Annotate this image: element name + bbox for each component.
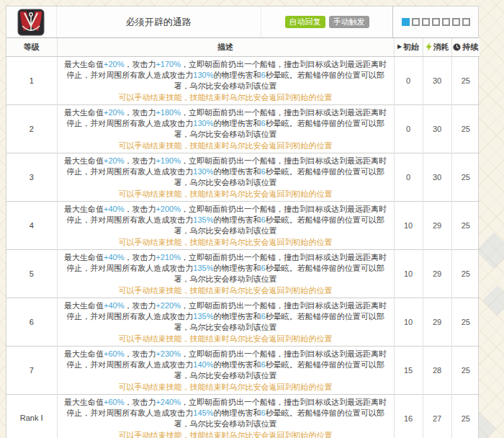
manual-end-note: 可以手动结束技能，技能结束时乌尔比安会返回到初始的位置 — [62, 334, 390, 344]
skill-header: 必须开辟的通路 自动回复手动触发 — [6, 6, 478, 38]
atk-bonus-value: +230% — [156, 349, 181, 358]
desc-segment: 的物理伤害和 — [214, 360, 261, 369]
atk-bonus-value: +210% — [156, 253, 181, 262]
skill-level-row: 6 最大生命值+40%，攻击力+220%，立即朝面前扔出一个船锚，撞击到目标或达… — [6, 298, 480, 346]
desc-segment: 的物理伤害和 — [214, 408, 261, 417]
manual-end-note: 可以手动结束技能，技能结束时乌尔比安会返回到初始的位置 — [62, 189, 390, 199]
desc-segment: 的物理伤害和 — [214, 264, 261, 272]
column-duration: 持续 — [451, 38, 480, 56]
manual-end-note: 可以手动结束技能，技能结束时乌尔比安会返回到初始的位置 — [62, 285, 390, 295]
skill-table-head: 等级 描述 ▶ 初始 消耗 — [6, 38, 480, 56]
play-icon: ▶ — [397, 44, 402, 50]
description-cell: 最大生命值+60%，攻击力+230%，立即朝面前扔出一个船锚，撞击到目标或达到最… — [57, 346, 394, 394]
damage-multiplier-value: 140% — [193, 360, 213, 369]
atk-bonus-value: +240% — [156, 398, 181, 406]
level-cell: 1 — [6, 56, 57, 104]
level-cell: 7 — [6, 346, 57, 394]
sp-square-empty — [452, 18, 460, 26]
skill-level-row: 7 最大生命值+60%，攻击力+230%，立即朝面前扔出一个船锚，撞击到目标或达… — [6, 346, 480, 394]
initial-sp-cell: 15 — [394, 346, 423, 394]
duration-cell: 25 — [451, 201, 480, 249]
watermark-diamond — [482, 285, 504, 316]
atk-bonus-value: +180% — [156, 108, 181, 117]
manual-end-note: 可以手动结束技能，技能结束时乌尔比安会返回到初始的位置 — [62, 237, 390, 247]
description-cell: 最大生命值+20%，攻击力+190%，立即朝面前扔出一个船锚，撞击到目标或达到最… — [57, 153, 394, 201]
description-text: 最大生命值+20%，攻击力+170%，立即朝面前扔出一个船锚，撞击到目标或达到最… — [62, 59, 390, 91]
desc-segment: ，攻击力 — [124, 301, 156, 310]
column-description: 描述 — [57, 38, 394, 56]
manual-end-note: 可以手动结束技能，技能结束时乌尔比安会返回到初始的位置 — [62, 382, 390, 392]
description-text: 最大生命值+60%，攻击力+240%，立即朝面前扔出一个船锚，撞击到目标或达到最… — [62, 397, 390, 429]
desc-segment: 最大生命值 — [64, 108, 104, 117]
duration-cell: 25 — [451, 104, 480, 153]
badge-manual-trigger: 手动触发 — [329, 16, 369, 28]
column-level: 等级 — [6, 38, 57, 56]
skill-icon-cell — [6, 6, 57, 37]
hp-bonus-value: +60% — [104, 398, 124, 406]
skill-name: 必须开辟的通路 — [57, 6, 261, 37]
damage-multiplier-value: 145% — [193, 408, 213, 417]
level-cell: Rank Ⅰ — [6, 394, 57, 438]
skill-level-row: 3 最大生命值+20%，攻击力+190%，立即朝面前扔出一个船锚，撞击到目标或达… — [6, 153, 480, 201]
description-text: 最大生命值+40%，攻击力+220%，立即朝面前扔出一个船锚，撞击到目标或达到最… — [62, 300, 390, 333]
level-cell: 6 — [6, 298, 57, 346]
sp-cost-cell: 30 — [423, 153, 451, 201]
column-initial: ▶ 初始 — [394, 38, 423, 56]
skill-detail-panel: 必须开辟的通路 自动回复手动触发 等级 描述 ▶ 初始 — [6, 6, 479, 438]
column-description-label: 描述 — [217, 42, 233, 53]
anchor-skill-icon — [17, 9, 45, 36]
description-text: 最大生命值+20%，攻击力+190%，立即朝面前扔出一个船锚，撞击到目标或达到最… — [62, 156, 390, 188]
desc-segment: 的物理伤害和 — [214, 119, 261, 128]
duration-cell: 25 — [451, 56, 480, 104]
description-text: 最大生命值+20%，攻击力+180%，立即朝面前扔出一个船锚，撞击到目标或达到最… — [62, 107, 390, 140]
desc-segment: 最大生命值 — [64, 301, 104, 310]
sp-cost-cell: 29 — [423, 249, 451, 298]
desc-segment: 的物理伤害和 — [214, 312, 261, 321]
hp-bonus-value: +60% — [104, 349, 124, 358]
description-text: 最大生命值+40%，攻击力+200%，立即朝面前扔出一个船锚，撞击到目标或达到最… — [62, 204, 390, 236]
description-cell: 最大生命值+20%，攻击力+170%，立即朝面前扔出一个船锚，撞击到目标或达到最… — [57, 56, 394, 104]
desc-segment: ，攻击力 — [124, 253, 156, 262]
sp-cost-cell: 29 — [423, 298, 451, 346]
duration-cell: 25 — [451, 249, 480, 298]
description-cell: 最大生命值+40%，攻击力+210%，立即朝面前扔出一个船锚，撞击到目标或达到最… — [57, 249, 394, 298]
atk-bonus-value: +200% — [156, 205, 181, 213]
skill-level-row: 4 最大生命值+40%，攻击力+200%，立即朝面前扔出一个船锚，撞击到目标或达… — [6, 201, 480, 249]
hp-bonus-value: +40% — [104, 301, 124, 310]
level-cell: 3 — [6, 153, 57, 201]
desc-segment: ，攻击力 — [124, 205, 156, 213]
desc-segment: ，攻击力 — [124, 60, 156, 68]
description-text: 最大生命值+40%，攻击力+210%，立即朝面前扔出一个船锚，撞击到目标或达到最… — [62, 252, 390, 285]
damage-multiplier-value: 135% — [193, 264, 213, 272]
level-cell: 2 — [6, 104, 57, 153]
desc-segment: ，攻击力 — [124, 349, 156, 358]
duration-cell: 25 — [451, 346, 480, 394]
hp-bonus-value: +20% — [104, 60, 124, 68]
sp-square-empty — [442, 18, 450, 26]
description-text: 最大生命值+60%，攻击力+230%，立即朝面前扔出一个船锚，撞击到目标或达到最… — [62, 349, 390, 381]
hp-bonus-value: +20% — [104, 108, 124, 117]
desc-segment: 的物理伤害和 — [214, 71, 261, 79]
description-cell: 最大生命值+40%，攻击力+200%，立即朝面前扔出一个船锚，撞击到目标或达到最… — [57, 201, 394, 249]
level-cell: 5 — [6, 249, 57, 298]
desc-segment: 的物理伤害和 — [214, 215, 261, 224]
clock-icon — [453, 43, 461, 51]
sp-square-empty — [412, 18, 420, 26]
desc-segment: 最大生命值 — [64, 253, 104, 262]
desc-segment: 最大生命值 — [64, 205, 104, 213]
sp-square-empty — [432, 18, 440, 26]
skill-level-row: 2 最大生命值+20%，攻击力+180%，立即朝面前扔出一个船锚，撞击到目标或达… — [6, 104, 480, 153]
desc-segment: 最大生命值 — [64, 349, 104, 358]
column-cost-label: 消耗 — [433, 42, 449, 53]
skill-table-body: 1 最大生命值+20%，攻击力+170%，立即朝面前扔出一个船锚，撞击到目标或达… — [6, 56, 480, 438]
initial-sp-cell: 10 — [394, 201, 423, 249]
duration-cell: 25 — [451, 153, 480, 201]
skill-level-row: 5 最大生命值+40%，攻击力+210%，立即朝面前扔出一个船锚，撞击到目标或达… — [6, 249, 480, 298]
sp-square-empty — [422, 18, 430, 26]
sp-cost-cell: 29 — [423, 201, 451, 249]
initial-sp-cell: 0 — [394, 56, 423, 104]
initial-sp-cell: 10 — [394, 249, 423, 298]
duration-cell: 25 — [451, 298, 480, 346]
atk-bonus-value: +190% — [156, 156, 181, 165]
atk-bonus-value: +170% — [156, 60, 181, 68]
